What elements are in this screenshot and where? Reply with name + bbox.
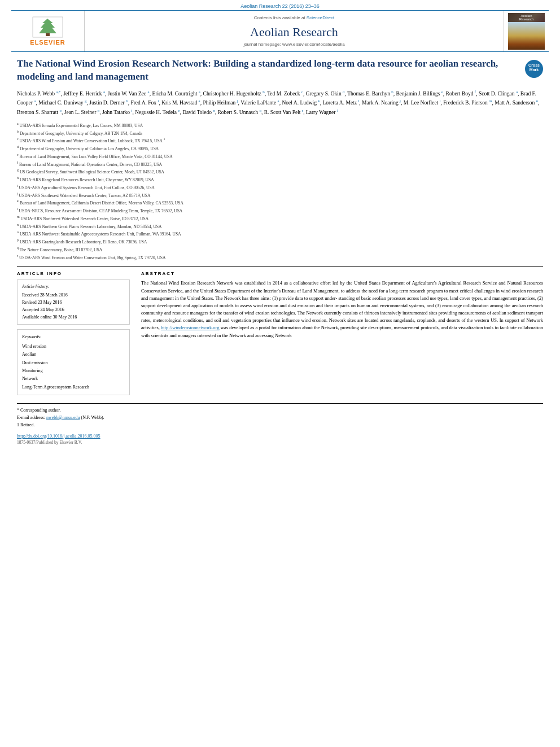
email-label: E-mail address: — [17, 415, 45, 420]
contents-line: Contents lists available at ScienceDirec… — [254, 15, 334, 20]
elsevier-label: ELSEVIER — [30, 39, 65, 46]
affil-o: o USDA-ARS Northwest Sustainable Agroeco… — [17, 230, 543, 237]
affil-b: b Department of Geography, University of… — [17, 129, 543, 137]
affil-p: p USDA-ARS Grazinglands Research Laborat… — [17, 238, 543, 245]
keywords-box: Keywords: Wind erosion Aeolian Dust emis… — [17, 329, 130, 395]
available-date: Available online 30 May 2016 — [22, 314, 125, 321]
keyword-network: Network — [22, 375, 125, 383]
received-date: Received 28 March 2016 — [22, 292, 125, 299]
svg-text:Cross: Cross — [528, 63, 540, 67]
article-info-label: Article Info — [17, 271, 130, 276]
journal-thumbnail: AeolianResearch — [508, 13, 545, 50]
header-right: AeolianResearch — [504, 11, 549, 51]
email-link[interactable]: nwebb@nmsu.edu — [46, 415, 80, 420]
article-title: The National Wind Erosion Research Netwo… — [17, 58, 543, 84]
svg-rect-2 — [46, 33, 50, 36]
history-label: Article history: — [22, 283, 125, 291]
affil-l: l USDA-NRCS, Resource Assessment Divisio… — [17, 207, 543, 214]
article-title-section: Cross Mark The National Wind Erosion Res… — [17, 58, 543, 84]
keywords-label: Keywords: — [22, 333, 125, 341]
header-center: Contents lists available at ScienceDirec… — [85, 11, 504, 51]
elsevier-tree-icon — [32, 16, 63, 38]
keyword-aeolian: Aeolian — [22, 351, 125, 359]
issn-line: 1875-9637/Published by Elsevier B.V. — [17, 440, 543, 445]
doi-link[interactable]: http://dx.doi.org/10.1016/j.aeolia.2016.… — [17, 434, 543, 439]
affiliations-section: a USDA-ARS Jornada Experimental Range, L… — [17, 121, 543, 261]
journal-thumb-label: AeolianResearch — [508, 13, 545, 22]
affil-h: h USDA-ARS Rangeland Resources Research … — [17, 176, 543, 183]
affil-j: j USDA-ARS Southwest Watershed Research … — [17, 191, 543, 199]
journal-header-top: Aeolian Research 22 (2016) 23–36 — [0, 0, 560, 10]
sciencedirect-link[interactable]: ScienceDirect — [307, 15, 334, 20]
retired-note: 1 Retired. — [17, 422, 543, 429]
affil-g: g US Geological Survey, Southwest Biolog… — [17, 168, 543, 175]
affil-r: r USDA-ARS Wind Erosion and Water Conser… — [17, 254, 543, 261]
affil-k: k Bureau of Land Management, California … — [17, 199, 543, 206]
affil-q: q The Nature Conservancy, Boise, ID 8370… — [17, 246, 543, 253]
authors-section: Nicholas P. Webb a,*, Jeffrey E. Herrick… — [17, 89, 543, 117]
affil-i: i USDA-ARS Agricultural Systems Research… — [17, 184, 543, 191]
article-info-box: Article history: Received 28 March 2016 … — [17, 279, 130, 325]
accepted-date: Accepted 24 May 2016 — [22, 307, 125, 314]
affil-a: a USDA-ARS Jornada Experimental Range, L… — [17, 121, 543, 129]
email-person: (N.P. Webb). — [81, 415, 104, 420]
affil-d: d Department of Geography, University of… — [17, 145, 543, 152]
journal-header-bar: ELSEVIER Contents lists available at Sci… — [11, 10, 549, 52]
keyword-dust-emission: Dust emission — [22, 359, 125, 367]
revised-date: Revised 23 May 2016 — [22, 299, 125, 307]
journal-issue: Aeolian Research 22 (2016) 23–36 — [240, 3, 320, 9]
abstract-column: Abstract The National Wind Erosion Resea… — [141, 271, 543, 395]
crossmark-badge: Cross Mark — [525, 60, 543, 78]
divider-1 — [17, 266, 543, 267]
keyword-ltar: Long-Term Agroecosystem Research — [22, 383, 125, 391]
journal-name: Aeolian Research — [250, 25, 338, 40]
abstract-label: Abstract — [141, 271, 543, 276]
svg-text:Mark: Mark — [530, 68, 539, 72]
article-info-column: Article Info Article history: Received 2… — [17, 271, 130, 395]
affil-c: c USDA-ARS Wind Erosion and Water Conser… — [17, 137, 543, 144]
keyword-wind-erosion: Wind erosion — [22, 343, 125, 351]
email-line: E-mail address: nwebb@nmsu.edu (N.P. Web… — [17, 414, 543, 422]
keyword-monitoring: Monitoring — [22, 367, 125, 375]
affil-n: n USDA-ARS Northern Great Plains Researc… — [17, 222, 543, 230]
footer-notes: * Corresponding author. E-mail address: … — [17, 403, 543, 429]
affil-m: m USDA-ARS Northwest Watershed Research … — [17, 215, 543, 222]
network-link[interactable]: http://winderosionnetwork.org — [161, 325, 220, 330]
affil-e: e Bureau of Land Management, San Luis Va… — [17, 152, 543, 160]
corresponding-note: * Corresponding author. — [17, 407, 543, 414]
abstract-text: The National Wind Erosion Research Netwo… — [141, 279, 543, 339]
header-left: ELSEVIER — [11, 11, 85, 51]
affil-f: f Bureau of Land Management, National Op… — [17, 160, 543, 168]
homepage-line: journal homepage: www.elsevier.com/locat… — [243, 42, 344, 47]
